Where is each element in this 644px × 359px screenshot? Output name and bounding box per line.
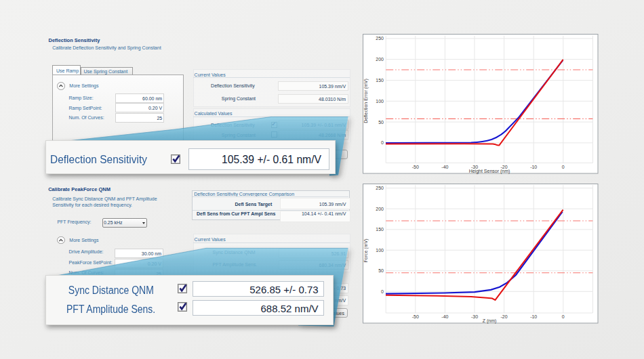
svg-text:-20: -20 — [501, 314, 508, 319]
svg-text:-40: -40 — [441, 165, 448, 169]
svg-text:Deflection Error (mV): Deflection Error (mV) — [363, 79, 369, 123]
svg-text:150: 150 — [376, 78, 384, 83]
svg-text:-50: -50 — [412, 314, 419, 319]
svg-text:-10: -10 — [530, 314, 537, 319]
svg-text:-30: -30 — [471, 314, 478, 319]
svg-text:0: 0 — [562, 165, 565, 169]
svg-text:Force (mV): Force (mV) — [363, 239, 369, 263]
svg-text:Z (nm): Z (nm) — [483, 318, 497, 324]
svg-text:200: 200 — [376, 57, 384, 62]
svg-text:150: 150 — [376, 227, 384, 232]
svg-text:250: 250 — [376, 36, 384, 41]
svg-text:100: 100 — [376, 99, 384, 104]
svg-text:50: 50 — [378, 120, 384, 125]
svg-text:-40: -40 — [441, 314, 448, 319]
svg-text:-10: -10 — [530, 165, 537, 169]
svg-text:Height Sensor (nm): Height Sensor (nm) — [469, 169, 510, 174]
svg-text:100: 100 — [376, 248, 384, 253]
svg-text:0: 0 — [562, 314, 565, 319]
svg-text:50: 50 — [378, 268, 384, 273]
svg-text:0: 0 — [381, 140, 384, 145]
svg-text:0: 0 — [381, 289, 384, 294]
svg-text:-50: -50 — [412, 165, 419, 169]
svg-text:250: 250 — [376, 186, 384, 190]
svg-text:200: 200 — [376, 207, 384, 211]
